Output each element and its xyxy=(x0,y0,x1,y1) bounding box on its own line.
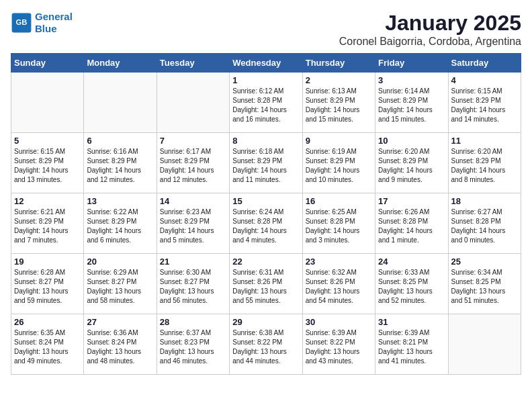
logo-line1: General xyxy=(35,11,73,22)
week-row-2: 5Sunrise: 6:15 AMSunset: 8:29 PMDaylight… xyxy=(11,133,521,193)
calendar-cell: 21Sunrise: 6:30 AMSunset: 8:27 PMDayligh… xyxy=(157,254,229,314)
day-info: Sunrise: 6:16 AMSunset: 8:29 PMDaylight:… xyxy=(87,147,153,185)
day-number: 16 xyxy=(306,196,372,206)
logo: GB General Blue xyxy=(11,11,73,35)
calendar-table: SundayMondayTuesdayWednesdayThursdayFrid… xyxy=(11,53,521,375)
day-info: Sunrise: 6:20 AMSunset: 8:29 PMDaylight:… xyxy=(378,147,445,185)
day-number: 31 xyxy=(378,317,445,327)
day-number: 8 xyxy=(232,136,299,146)
day-header-sunday: Sunday xyxy=(11,54,84,73)
week-row-4: 19Sunrise: 6:28 AMSunset: 8:27 PMDayligh… xyxy=(11,254,521,314)
calendar-cell: 8Sunrise: 6:18 AMSunset: 8:29 PMDaylight… xyxy=(230,133,302,193)
calendar-cell: 24Sunrise: 6:33 AMSunset: 8:25 PMDayligh… xyxy=(375,254,448,314)
calendar-cell: 2Sunrise: 6:13 AMSunset: 8:29 PMDaylight… xyxy=(302,73,375,133)
calendar-cell: 28Sunrise: 6:37 AMSunset: 8:23 PMDayligh… xyxy=(157,314,229,375)
subtitle: Coronel Baigorria, Cordoba, Argentina xyxy=(339,36,521,48)
day-number: 27 xyxy=(87,317,153,327)
calendar-cell: 16Sunrise: 6:25 AMSunset: 8:28 PMDayligh… xyxy=(302,193,375,254)
day-info: Sunrise: 6:39 AMSunset: 8:22 PMDaylight:… xyxy=(306,328,372,366)
day-number: 18 xyxy=(451,196,518,206)
calendar-cell xyxy=(84,73,157,133)
day-number: 25 xyxy=(451,257,518,267)
calendar-cell: 22Sunrise: 6:31 AMSunset: 8:26 PMDayligh… xyxy=(230,254,302,314)
day-info: Sunrise: 6:26 AMSunset: 8:28 PMDaylight:… xyxy=(378,208,445,245)
calendar-cell: 5Sunrise: 6:15 AMSunset: 8:29 PMDaylight… xyxy=(11,133,84,193)
calendar-cell xyxy=(448,314,521,375)
calendar-cell: 15Sunrise: 6:24 AMSunset: 8:28 PMDayligh… xyxy=(230,193,302,254)
day-info: Sunrise: 6:34 AMSunset: 8:25 PMDaylight:… xyxy=(451,268,518,306)
day-number: 13 xyxy=(87,196,153,206)
day-number: 28 xyxy=(160,317,226,327)
day-number: 2 xyxy=(306,75,372,85)
day-header-tuesday: Tuesday xyxy=(157,54,229,73)
day-info: Sunrise: 6:17 AMSunset: 8:29 PMDaylight:… xyxy=(160,147,226,185)
calendar-cell: 23Sunrise: 6:32 AMSunset: 8:26 PMDayligh… xyxy=(302,254,375,314)
day-info: Sunrise: 6:21 AMSunset: 8:29 PMDaylight:… xyxy=(14,208,81,245)
day-info: Sunrise: 6:27 AMSunset: 8:28 PMDaylight:… xyxy=(451,208,518,245)
calendar-cell xyxy=(11,73,84,133)
week-row-1: 1Sunrise: 6:12 AMSunset: 8:28 PMDaylight… xyxy=(11,73,521,133)
day-info: Sunrise: 6:32 AMSunset: 8:26 PMDaylight:… xyxy=(306,268,372,306)
calendar-cell: 18Sunrise: 6:27 AMSunset: 8:28 PMDayligh… xyxy=(448,193,521,254)
day-header-wednesday: Wednesday xyxy=(230,54,302,73)
day-info: Sunrise: 6:19 AMSunset: 8:29 PMDaylight:… xyxy=(306,147,372,185)
day-info: Sunrise: 6:25 AMSunset: 8:28 PMDaylight:… xyxy=(306,208,372,245)
day-number: 7 xyxy=(160,136,226,146)
day-header-monday: Monday xyxy=(84,54,157,73)
day-info: Sunrise: 6:28 AMSunset: 8:27 PMDaylight:… xyxy=(14,268,81,306)
day-info: Sunrise: 6:24 AMSunset: 8:28 PMDaylight:… xyxy=(232,208,299,245)
day-number: 1 xyxy=(232,75,299,85)
day-info: Sunrise: 6:23 AMSunset: 8:29 PMDaylight:… xyxy=(160,208,226,245)
day-number: 11 xyxy=(451,136,518,146)
day-number: 17 xyxy=(378,196,445,206)
day-number: 23 xyxy=(306,257,372,267)
day-info: Sunrise: 6:20 AMSunset: 8:29 PMDaylight:… xyxy=(451,147,518,185)
calendar-cell: 6Sunrise: 6:16 AMSunset: 8:29 PMDaylight… xyxy=(84,133,157,193)
day-number: 29 xyxy=(232,317,299,327)
day-info: Sunrise: 6:15 AMSunset: 8:29 PMDaylight:… xyxy=(451,87,518,124)
day-number: 3 xyxy=(378,75,445,85)
calendar-cell: 9Sunrise: 6:19 AMSunset: 8:29 PMDaylight… xyxy=(302,133,375,193)
calendar-cell: 29Sunrise: 6:38 AMSunset: 8:22 PMDayligh… xyxy=(230,314,302,375)
calendar-cell: 12Sunrise: 6:21 AMSunset: 8:29 PMDayligh… xyxy=(11,193,84,254)
logo-icon: GB xyxy=(11,12,32,34)
day-info: Sunrise: 6:37 AMSunset: 8:23 PMDaylight:… xyxy=(160,328,226,366)
day-info: Sunrise: 6:31 AMSunset: 8:26 PMDaylight:… xyxy=(232,268,299,306)
calendar-cell: 3Sunrise: 6:14 AMSunset: 8:29 PMDaylight… xyxy=(375,73,448,133)
day-number: 9 xyxy=(306,136,372,146)
day-info: Sunrise: 6:12 AMSunset: 8:28 PMDaylight:… xyxy=(232,87,299,124)
calendar-cell xyxy=(157,73,229,133)
calendar-cell: 17Sunrise: 6:26 AMSunset: 8:28 PMDayligh… xyxy=(375,193,448,254)
week-row-5: 26Sunrise: 6:35 AMSunset: 8:24 PMDayligh… xyxy=(11,314,521,375)
calendar-cell: 31Sunrise: 6:39 AMSunset: 8:21 PMDayligh… xyxy=(375,314,448,375)
day-info: Sunrise: 6:38 AMSunset: 8:22 PMDaylight:… xyxy=(232,328,299,366)
day-number: 4 xyxy=(451,75,518,85)
calendar-cell: 19Sunrise: 6:28 AMSunset: 8:27 PMDayligh… xyxy=(11,254,84,314)
calendar-cell: 4Sunrise: 6:15 AMSunset: 8:29 PMDaylight… xyxy=(448,73,521,133)
day-number: 19 xyxy=(14,257,81,267)
main-title: January 2025 xyxy=(339,11,521,36)
day-number: 5 xyxy=(14,136,81,146)
day-number: 21 xyxy=(160,257,226,267)
calendar-cell: 13Sunrise: 6:22 AMSunset: 8:29 PMDayligh… xyxy=(84,193,157,254)
calendar-cell: 14Sunrise: 6:23 AMSunset: 8:29 PMDayligh… xyxy=(157,193,229,254)
day-number: 12 xyxy=(14,196,81,206)
day-info: Sunrise: 6:13 AMSunset: 8:29 PMDaylight:… xyxy=(306,87,372,124)
day-info: Sunrise: 6:22 AMSunset: 8:29 PMDaylight:… xyxy=(87,208,153,245)
day-info: Sunrise: 6:36 AMSunset: 8:24 PMDaylight:… xyxy=(87,328,153,366)
day-info: Sunrise: 6:15 AMSunset: 8:29 PMDaylight:… xyxy=(14,147,81,185)
day-number: 26 xyxy=(14,317,81,327)
day-header-thursday: Thursday xyxy=(302,54,375,73)
day-number: 30 xyxy=(306,317,372,327)
svg-text:GB: GB xyxy=(16,18,28,26)
calendar-cell: 26Sunrise: 6:35 AMSunset: 8:24 PMDayligh… xyxy=(11,314,84,375)
calendar-cell: 7Sunrise: 6:17 AMSunset: 8:29 PMDaylight… xyxy=(157,133,229,193)
week-row-3: 12Sunrise: 6:21 AMSunset: 8:29 PMDayligh… xyxy=(11,193,521,254)
day-info: Sunrise: 6:14 AMSunset: 8:29 PMDaylight:… xyxy=(378,87,445,124)
day-number: 24 xyxy=(378,257,445,267)
day-number: 6 xyxy=(87,136,153,146)
header: GB General Blue January 2025 Coronel Bai… xyxy=(11,11,521,48)
day-info: Sunrise: 6:35 AMSunset: 8:24 PMDaylight:… xyxy=(14,328,81,366)
day-info: Sunrise: 6:18 AMSunset: 8:29 PMDaylight:… xyxy=(232,147,299,185)
calendar-cell: 30Sunrise: 6:39 AMSunset: 8:22 PMDayligh… xyxy=(302,314,375,375)
